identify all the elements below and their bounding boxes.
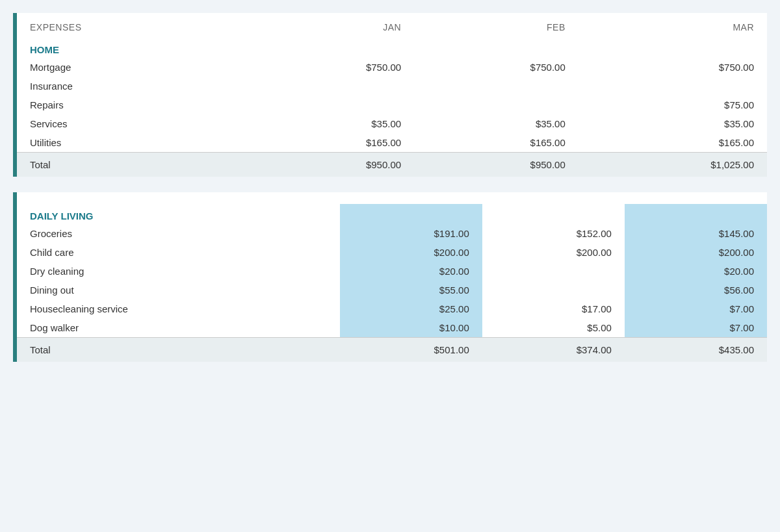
row-feb: $5.00 xyxy=(482,318,625,338)
mar-header: MAR xyxy=(578,13,767,38)
row-label: Insurance xyxy=(17,77,250,95)
row-feb xyxy=(414,95,578,114)
row-label: Repairs xyxy=(17,95,250,114)
row-feb xyxy=(414,77,578,95)
row-mar: $165.00 xyxy=(578,133,767,153)
row-mar: $20.00 xyxy=(625,262,767,281)
table-row: Child care $200.00 $200.00 $200.00 xyxy=(17,243,767,262)
row-jan xyxy=(250,77,414,95)
dl-total-row: Total $501.00 $374.00 $435.00 xyxy=(17,338,767,362)
row-label: Utilities xyxy=(17,133,250,153)
dl-total-jan: $501.00 xyxy=(340,338,482,362)
row-jan: $25.00 xyxy=(340,299,482,318)
row-feb: $165.00 xyxy=(414,133,578,153)
table-row: Groceries $191.00 $152.00 $145.00 xyxy=(17,224,767,243)
row-label: Dry cleaning xyxy=(17,262,340,281)
table-row: Insurance xyxy=(17,77,767,95)
row-jan: $200.00 xyxy=(340,243,482,262)
daily-living-left-bar xyxy=(13,192,17,362)
home-total-row: Total $950.00 $950.00 $1,025.00 xyxy=(17,153,767,177)
jan-header: JAN xyxy=(250,13,414,38)
home-total-feb: $950.00 xyxy=(414,153,578,177)
row-feb: $35.00 xyxy=(414,114,578,133)
expenses-header-label: EXPENSES xyxy=(17,13,250,38)
table-row: Utilities $165.00 $165.00 $165.00 xyxy=(17,133,767,153)
row-mar: $750.00 xyxy=(578,58,767,77)
home-category-label: HOME xyxy=(17,38,250,58)
row-mar: $200.00 xyxy=(625,243,767,262)
home-total-label: Total xyxy=(17,153,250,177)
home-total-jan: $950.00 xyxy=(250,153,414,177)
row-label: Services xyxy=(17,114,250,133)
daily-living-section: DAILY LIVING Groceries $191.00 $152.00 $… xyxy=(13,192,767,362)
row-jan xyxy=(250,95,414,114)
row-feb: $152.00 xyxy=(482,224,625,243)
row-mar xyxy=(578,77,767,95)
row-mar: $7.00 xyxy=(625,299,767,318)
row-feb xyxy=(482,281,625,299)
row-label: Dog walker xyxy=(17,318,340,338)
row-mar: $7.00 xyxy=(625,318,767,338)
table-row: Mortgage $750.00 $750.00 $750.00 xyxy=(17,58,767,77)
row-label: Mortgage xyxy=(17,58,250,77)
daily-living-category-row: DAILY LIVING xyxy=(17,204,767,224)
home-section: EXPENSES JAN FEB MAR HOME Mortgage $750.… xyxy=(13,13,767,177)
row-jan: $750.00 xyxy=(250,58,414,77)
table-row: Repairs $75.00 xyxy=(17,95,767,114)
table-row: Housecleaning service $25.00 $17.00 $7.0… xyxy=(17,299,767,318)
row-label: Housecleaning service xyxy=(17,299,340,318)
row-feb xyxy=(482,262,625,281)
row-jan: $10.00 xyxy=(340,318,482,338)
row-mar: $75.00 xyxy=(578,95,767,114)
row-feb: $750.00 xyxy=(414,58,578,77)
home-left-bar xyxy=(13,13,17,177)
daily-living-category-label: DAILY LIVING xyxy=(17,204,340,224)
row-jan: $35.00 xyxy=(250,114,414,133)
row-label: Groceries xyxy=(17,224,340,243)
row-mar: $35.00 xyxy=(578,114,767,133)
table-row: Dry cleaning $20.00 $20.00 xyxy=(17,262,767,281)
row-jan: $20.00 xyxy=(340,262,482,281)
table-header: EXPENSES JAN FEB MAR xyxy=(17,13,767,38)
row-feb: $17.00 xyxy=(482,299,625,318)
table-row: Services $35.00 $35.00 $35.00 xyxy=(17,114,767,133)
dl-total-mar: $435.00 xyxy=(625,338,767,362)
feb-header: FEB xyxy=(414,13,578,38)
dl-total-feb: $374.00 xyxy=(482,338,625,362)
dl-header-spacer xyxy=(17,192,767,204)
dl-total-label: Total xyxy=(17,338,340,362)
table-row: Dining out $55.00 $56.00 xyxy=(17,281,767,299)
row-label: Child care xyxy=(17,243,340,262)
home-total-mar: $1,025.00 xyxy=(578,153,767,177)
row-label: Dining out xyxy=(17,281,340,299)
table-row: Dog walker $10.00 $5.00 $7.00 xyxy=(17,318,767,338)
home-category-row: HOME xyxy=(17,38,767,58)
row-feb: $200.00 xyxy=(482,243,625,262)
row-mar: $56.00 xyxy=(625,281,767,299)
row-mar: $145.00 xyxy=(625,224,767,243)
row-jan: $165.00 xyxy=(250,133,414,153)
row-jan: $55.00 xyxy=(340,281,482,299)
row-jan: $191.00 xyxy=(340,224,482,243)
